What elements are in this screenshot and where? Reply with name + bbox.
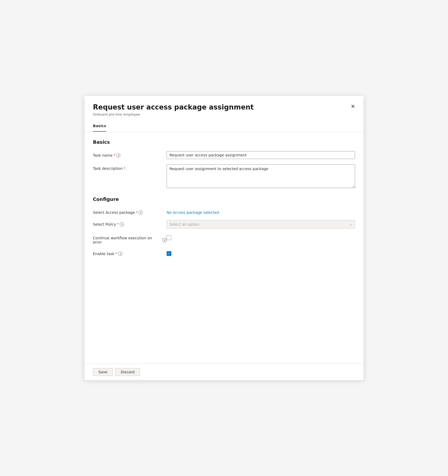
close-button[interactable]: ✕	[349, 102, 357, 111]
continue-workflow-info-icon: i	[162, 238, 167, 242]
task-description-control	[167, 164, 355, 189]
enable-task-control: ✓	[167, 250, 355, 256]
task-description-required: *	[124, 167, 125, 170]
continue-workflow-label: Continue workflow execution on error i	[93, 234, 167, 244]
access-package-row: Select Access package * i No Access pack…	[93, 208, 355, 215]
basics-section-title: Basics	[93, 139, 355, 145]
enable-task-row: Enable task * i ✓	[93, 250, 355, 256]
task-description-label: Task description *	[93, 164, 167, 171]
dialog-body: Basics Task name * i Task description *	[84, 132, 364, 364]
task-description-row: Task description *	[93, 164, 355, 189]
policy-control: Select an option ⌄	[167, 220, 355, 229]
dialog-container: Request user access package assignment O…	[84, 96, 364, 380]
tabs-container: Basics	[84, 121, 364, 132]
task-description-input[interactable]	[167, 164, 355, 188]
task-name-info-icon: i	[116, 153, 120, 157]
task-name-required: *	[113, 153, 115, 157]
task-name-row: Task name * i	[93, 151, 355, 159]
access-package-link[interactable]: No Access package selected	[167, 208, 219, 215]
enable-task-label: Enable task * i	[93, 250, 167, 256]
access-package-label: Select Access package * i	[93, 208, 167, 215]
configure-section-title: Configure	[93, 196, 355, 202]
dialog-title: Request user access package assignment	[93, 103, 355, 111]
continue-workflow-row: Continue workflow execution on error i	[93, 234, 355, 244]
discard-button[interactable]: Discard	[115, 368, 140, 376]
save-button[interactable]: Save	[93, 368, 113, 376]
tab-basics[interactable]: Basics	[93, 121, 106, 132]
policy-row: Select Policy * i Select an option ⌄	[93, 220, 355, 229]
enable-task-checkbox[interactable]: ✓	[167, 251, 171, 256]
close-icon: ✕	[351, 103, 355, 110]
dialog-footer: Save Discard	[84, 364, 364, 380]
access-package-control: No Access package selected	[167, 208, 355, 215]
access-package-required: *	[136, 211, 137, 214]
task-name-input[interactable]	[167, 151, 355, 159]
policy-label: Select Policy * i	[93, 220, 167, 226]
configure-section: Configure Select Access package * i No A…	[93, 196, 355, 256]
policy-placeholder: Select an option	[170, 222, 200, 226]
task-name-label: Task name * i	[93, 151, 167, 157]
continue-workflow-control	[167, 234, 355, 240]
task-name-control	[167, 151, 355, 159]
dialog-header: Request user access package assignment O…	[84, 96, 364, 121]
policy-required: *	[117, 222, 119, 226]
checkmark-icon: ✓	[168, 252, 170, 255]
access-package-info-icon: i	[138, 210, 143, 215]
enable-task-info-icon: i	[118, 252, 122, 256]
enable-task-required: *	[116, 252, 117, 256]
continue-workflow-checkbox[interactable]	[167, 235, 171, 240]
dialog-subtitle: Onboard pre-hire employee	[93, 112, 355, 116]
chevron-down-icon: ⌄	[350, 222, 352, 226]
policy-info-icon: i	[120, 222, 124, 226]
policy-dropdown[interactable]: Select an option ⌄	[167, 220, 355, 229]
